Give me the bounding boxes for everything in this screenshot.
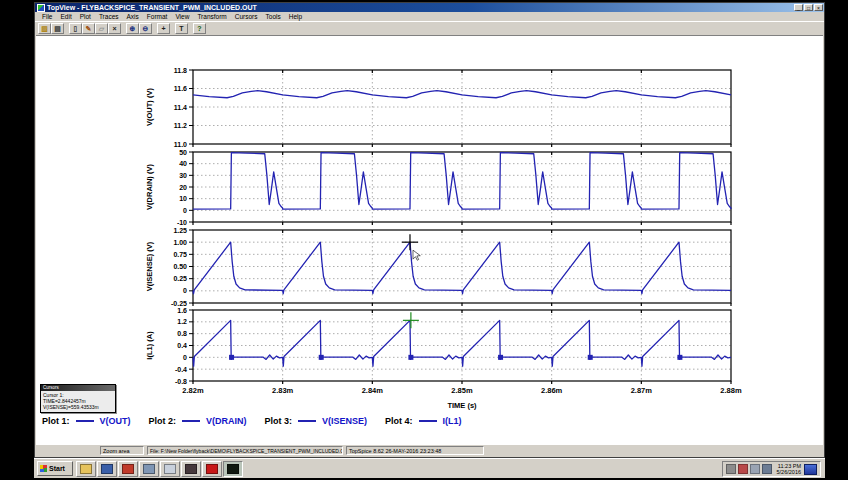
taskbar-app-blue[interactable] xyxy=(97,461,117,477)
y-tick-label: 11.6 xyxy=(174,85,187,92)
taskbar-folder-window-icon xyxy=(80,464,92,474)
legend-line-sample xyxy=(76,420,94,422)
taskbar-record-button-icon xyxy=(206,464,218,474)
y-tick-label: 0 xyxy=(183,287,187,294)
trace-marker-square[interactable] xyxy=(229,355,234,360)
legend-line-sample xyxy=(182,420,200,422)
y-tick-label: 10 xyxy=(179,195,187,202)
y-tick-label: -0.8 xyxy=(175,378,187,385)
tray-monitor-icon[interactable] xyxy=(762,464,772,474)
waveform-plots: 11.811.611.411.211.0V(OUT) (V)5040302010… xyxy=(0,0,848,458)
x-tick-label: 2.83m xyxy=(272,386,294,395)
start-button[interactable]: Start xyxy=(37,461,73,476)
y-tick-label: 0.50 xyxy=(173,263,187,270)
y-tick-label: 1.6 xyxy=(177,307,187,314)
y-tick-label: 0.25 xyxy=(173,275,187,282)
trace-vout[interactable] xyxy=(193,91,731,98)
y-tick-label: 0 xyxy=(183,354,187,361)
taskbar-console-recorder-icon xyxy=(227,464,239,474)
cursor-window-body: Cursor 1:TIME=2.8442457mV(ISENSE)=559.43… xyxy=(41,391,115,412)
taskbar-camera-app-icon xyxy=(185,464,197,474)
x-tick-label: 2.84m xyxy=(362,386,384,395)
y-tick-label: -0.4 xyxy=(175,366,187,373)
legend-line-sample xyxy=(298,420,316,422)
y-tick-label: 20 xyxy=(179,184,187,191)
taskbar-app-red-swirl-icon xyxy=(122,464,134,474)
taskbar-camera-app[interactable] xyxy=(181,461,201,477)
y-axis-label: V(DRAIN) (V) xyxy=(145,164,154,210)
y-tick-label: -10 xyxy=(177,219,187,226)
cursor-readout-line: V(ISENSE)=559.43533m xyxy=(43,404,113,410)
taskbar-app-red-swirl[interactable] xyxy=(118,461,138,477)
trace-marker-square[interactable] xyxy=(498,355,503,360)
taskbar-record-button[interactable] xyxy=(202,461,222,477)
legend-plot-label: Plot 2: xyxy=(149,416,177,426)
screen: { "window": { "title": "TopView - FLYBAC… xyxy=(0,0,848,480)
x-tick-label: 2.88m xyxy=(720,386,742,395)
taskbar-app-steel[interactable] xyxy=(139,461,159,477)
taskbar-app-blue-icon xyxy=(101,464,113,474)
legend-plot-label: Plot 4: xyxy=(385,416,413,426)
y-tick-label: 30 xyxy=(179,172,187,179)
x-axis-label: TIME (s) xyxy=(447,401,477,410)
trace-marker-square[interactable] xyxy=(588,355,593,360)
legend-line-sample xyxy=(419,420,437,422)
tray-icons xyxy=(726,464,774,474)
windows-flag-icon xyxy=(40,465,47,472)
legend-trace-name[interactable]: V(OUT) xyxy=(100,416,131,426)
trace-marker-square[interactable] xyxy=(408,355,413,360)
tray-flag-icon[interactable] xyxy=(804,464,817,475)
legend-trace-name[interactable]: I(L1) xyxy=(443,416,462,426)
start-label: Start xyxy=(49,462,65,475)
y-axis-label: V(ISENSE) (V) xyxy=(145,241,154,291)
x-tick-label: 2.86m xyxy=(541,386,563,395)
y-tick-label: 11.8 xyxy=(174,67,187,74)
cursor-readout-window: Cursors Cursor 1:TIME=2.8442457mV(ISENSE… xyxy=(40,384,116,413)
taskbar: Start 11:23 PM 5/26/2016 xyxy=(34,458,825,478)
y-tick-label: 0.4 xyxy=(177,342,187,349)
y-tick-label: 1.25 xyxy=(173,227,187,234)
quick-launch xyxy=(76,459,244,477)
taskbar-folder-window[interactable] xyxy=(76,461,96,477)
y-tick-label: 11.4 xyxy=(174,104,187,111)
x-tick-label: 2.87m xyxy=(631,386,653,395)
trace-marker-square[interactable] xyxy=(319,355,324,360)
plot-legend: Plot 1:V(OUT)Plot 2:V(DRAIN)Plot 3:V(ISE… xyxy=(42,416,480,426)
taskbar-console-recorder[interactable] xyxy=(223,461,243,477)
y-tick-label: 50 xyxy=(179,149,187,156)
y-tick-label: 11.2 xyxy=(174,122,187,129)
taskbar-app-steel-icon xyxy=(143,464,155,474)
legend-trace-name[interactable]: V(DRAIN) xyxy=(206,416,247,426)
y-axis-label: V(OUT) (V) xyxy=(145,88,154,126)
trace-marker-square[interactable] xyxy=(677,355,682,360)
mouse-cursor-icon xyxy=(413,250,420,260)
taskbar-document[interactable] xyxy=(160,461,180,477)
y-tick-label: 1.2 xyxy=(177,318,187,325)
system-tray: 11:23 PM 5/26/2016 xyxy=(722,461,821,477)
tray-volume-icon[interactable] xyxy=(726,464,736,474)
y-axis-label: I(L1) (A) xyxy=(145,331,154,360)
y-tick-label: 11.0 xyxy=(174,141,187,148)
y-tick-label: 0.75 xyxy=(173,251,187,258)
x-tick-label: 2.82m xyxy=(182,386,204,395)
y-tick-label: 0.8 xyxy=(177,330,187,337)
y-tick-label: 0 xyxy=(183,207,187,214)
y-tick-label: 1.00 xyxy=(173,239,187,246)
legend-trace-name[interactable]: V(ISENSE) xyxy=(322,416,367,426)
x-tick-label: 2.85m xyxy=(451,386,473,395)
taskbar-clock[interactable]: 11:23 PM 5/26/2016 xyxy=(777,463,801,475)
tray-shield-icon[interactable] xyxy=(738,464,748,474)
legend-plot-label: Plot 3: xyxy=(265,416,293,426)
tray-device-icon[interactable] xyxy=(750,464,760,474)
y-tick-label: 40 xyxy=(179,160,187,167)
taskbar-document-icon xyxy=(164,464,176,474)
clock-date: 5/26/2016 xyxy=(777,469,801,475)
y-tick-label: -0.25 xyxy=(171,300,187,307)
legend-plot-label: Plot 1: xyxy=(42,416,70,426)
